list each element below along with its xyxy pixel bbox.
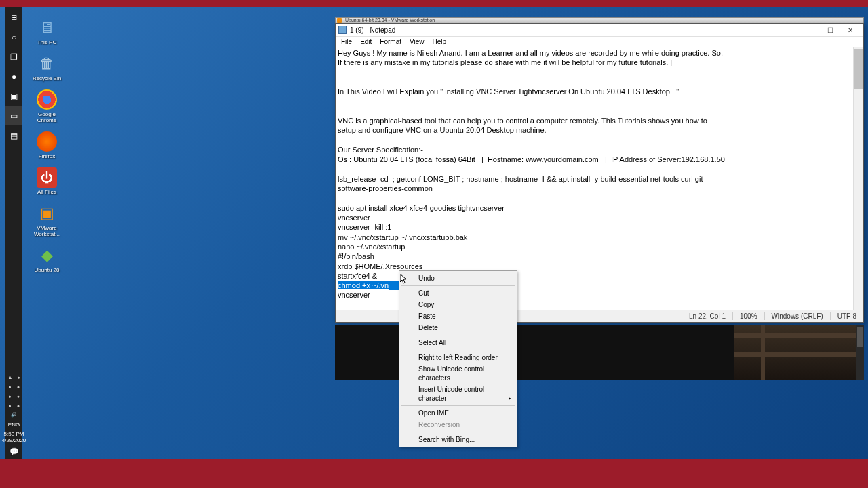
notepad-icon bbox=[338, 26, 347, 34]
start-button[interactable]: ⊞ bbox=[5, 7, 22, 27]
ctx-separator bbox=[401, 335, 515, 336]
notifications-button[interactable]: 💬 bbox=[9, 445, 19, 459]
selected-text: chmod +x ~/.vn bbox=[338, 281, 389, 289]
ctx-open-ime[interactable]: Open IME bbox=[401, 407, 515, 419]
tray-icon[interactable]: ▲ bbox=[7, 375, 12, 380]
tray-icon[interactable]: ● bbox=[8, 384, 11, 389]
menu-format[interactable]: Format bbox=[376, 37, 406, 46]
desktop-icon-recycle-bin[interactable]: 🗑Recycle Bin bbox=[31, 54, 63, 81]
ctx-separator bbox=[401, 405, 515, 406]
desktop-icon-ubuntu[interactable]: ◆Ubuntu 20 bbox=[31, 245, 63, 273]
vm-screenshot bbox=[734, 325, 856, 380]
tray-icon[interactable]: ● bbox=[8, 403, 11, 408]
clock[interactable]: 5:58 PM4/29/2020 bbox=[2, 430, 26, 445]
ctx-show-unicode[interactable]: Show Unicode control characters bbox=[401, 363, 515, 384]
ubuntu-icon: ◆ bbox=[37, 245, 57, 266]
windows-icon: ⊞ bbox=[11, 13, 17, 22]
firefox-icon bbox=[37, 131, 57, 152]
desktop[interactable]: ⊞ ○ ❐ ● ▣ ▭ ▤ ▲● ●● ●● ●● 🔊 ENG 5:58 PM4… bbox=[0, 7, 868, 459]
ctx-cut[interactable]: Cut bbox=[401, 287, 515, 299]
desktop-icon-all-files[interactable]: ⏻All Files bbox=[31, 167, 63, 195]
ctx-select-all[interactable]: Select All bbox=[401, 337, 515, 348]
desktop-icon-chrome[interactable]: Google Chrome bbox=[31, 89, 63, 123]
window-title: 1 (9) - Notepad bbox=[350, 26, 800, 34]
scrollbar-vertical[interactable] bbox=[853, 47, 863, 310]
taskbar-app-notepad[interactable]: ▤ bbox=[5, 125, 22, 145]
task-view-button[interactable]: ❐ bbox=[5, 47, 22, 66]
menu-help[interactable]: Help bbox=[429, 37, 451, 46]
language-indicator[interactable]: ENG bbox=[8, 420, 20, 430]
ctx-separator bbox=[401, 350, 515, 350]
tray-icon[interactable]: ● bbox=[8, 394, 11, 399]
ctx-insert-unicode[interactable]: Insert Unicode control character bbox=[401, 384, 515, 404]
chrome-icon bbox=[37, 89, 57, 110]
status-position: Ln 22, Col 1 bbox=[682, 312, 732, 320]
ctx-delete[interactable]: Delete bbox=[401, 322, 515, 333]
status-zoom: 100% bbox=[732, 312, 764, 320]
scrollbar-thumb[interactable] bbox=[854, 49, 863, 89]
tray-icon[interactable]: ● bbox=[17, 384, 20, 389]
menubar: File Edit Format View Help bbox=[336, 37, 863, 47]
ctx-undo[interactable]: Undo bbox=[401, 272, 515, 284]
ctx-search-bing[interactable]: Search with Bing... bbox=[401, 434, 515, 445]
status-eol: Windows (CRLF) bbox=[764, 312, 830, 320]
desktop-icon-vmware[interactable]: ▣VMware Workstat... bbox=[31, 203, 63, 237]
tray-icon[interactable]: ● bbox=[17, 394, 20, 399]
context-menu: Undo Cut Copy Paste Delete Select All Ri… bbox=[399, 270, 517, 447]
taskbar-app-1[interactable]: ● bbox=[5, 66, 22, 86]
ctx-separator bbox=[401, 285, 515, 286]
volume-icon[interactable]: 🔊 bbox=[11, 412, 17, 418]
menu-file[interactable]: File bbox=[337, 37, 356, 46]
taskbar-app-vmware[interactable]: ▣ bbox=[5, 86, 22, 106]
cortana-button[interactable]: ○ bbox=[5, 27, 22, 47]
desktop-icons: 🖥This PC 🗑Recycle Bin Google Chrome Fire… bbox=[31, 18, 63, 273]
close-button[interactable]: ✕ bbox=[840, 24, 861, 36]
vmware-icon: ▣ bbox=[37, 203, 57, 224]
minimize-button[interactable]: — bbox=[800, 24, 820, 36]
ctx-reconversion: Reconversion bbox=[401, 419, 515, 430]
taskbar: ⊞ ○ ❐ ● ▣ ▭ ▤ ▲● ●● ●● ●● 🔊 ENG 5:58 PM4… bbox=[5, 7, 22, 459]
ctx-rtl[interactable]: Right to left Reading order bbox=[401, 352, 515, 363]
recycle-icon: 🗑 bbox=[37, 54, 57, 74]
power-icon: ⏻ bbox=[37, 167, 57, 188]
taskbar-app-explorer[interactable]: ▭ bbox=[5, 106, 22, 125]
menu-view[interactable]: View bbox=[406, 37, 429, 46]
status-encoding: UTF-8 bbox=[830, 312, 863, 320]
vm-scrollbar[interactable] bbox=[856, 325, 864, 380]
ctx-separator bbox=[401, 432, 515, 432]
menu-edit[interactable]: Edit bbox=[356, 37, 376, 46]
tray-icon[interactable]: ● bbox=[17, 403, 20, 408]
desktop-icon-this-pc[interactable]: 🖥This PC bbox=[31, 18, 63, 45]
desktop-icon-firefox[interactable]: Firefox bbox=[31, 131, 63, 159]
tray-icon[interactable]: ● bbox=[17, 375, 20, 380]
ctx-copy[interactable]: Copy bbox=[401, 299, 515, 310]
pc-icon: 🖥 bbox=[37, 18, 57, 38]
ctx-paste[interactable]: Paste bbox=[401, 310, 515, 322]
maximize-button[interactable]: ☐ bbox=[820, 24, 840, 36]
titlebar[interactable]: 1 (9) - Notepad — ☐ ✕ bbox=[336, 24, 863, 37]
